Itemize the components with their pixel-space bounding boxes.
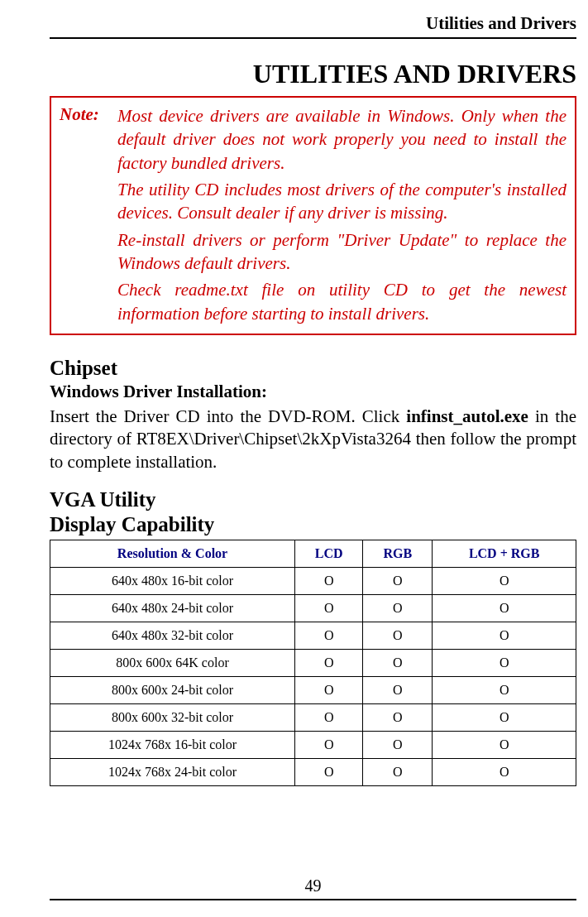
table-cell: 640x 480x 16-bit color xyxy=(50,567,295,594)
table-cell: 640x 480x 24-bit color xyxy=(50,594,295,622)
table-row: 1024x 768x 16-bit color O O O xyxy=(50,731,576,758)
table-row: 800x 600x 64K color O O O xyxy=(50,649,576,676)
table-cell: O xyxy=(363,703,433,731)
table-row: 800x 600x 32-bit color O O O xyxy=(50,703,576,731)
table-header: Resolution & Color xyxy=(50,540,295,567)
table-cell: O xyxy=(295,567,363,594)
table-cell: 640x 480x 32-bit color xyxy=(50,622,295,649)
table-header: LCD + RGB xyxy=(433,540,576,567)
table-cell: O xyxy=(363,676,433,703)
table-cell: O xyxy=(433,731,576,758)
table-row: 640x 480x 32-bit color O O O xyxy=(50,622,576,649)
header-rule xyxy=(50,37,576,39)
table-cell: 1024x 768x 16-bit color xyxy=(50,731,295,758)
footer-rule xyxy=(50,899,576,900)
table-cell: 800x 600x 64K color xyxy=(50,649,295,676)
table-cell: O xyxy=(295,676,363,703)
table-cell: 800x 600x 24-bit color xyxy=(50,676,295,703)
note-paragraph: The utility CD includes most drivers of … xyxy=(117,178,566,225)
table-cell: O xyxy=(295,703,363,731)
note-paragraph: Check readme.txt file on utility CD to g… xyxy=(117,278,566,325)
table-cell: 1024x 768x 24-bit color xyxy=(50,758,295,785)
vga-sub-heading: Display Capability xyxy=(50,513,576,536)
table-cell: O xyxy=(433,703,576,731)
vga-heading: VGA Utility xyxy=(50,488,576,511)
table-cell: O xyxy=(433,758,576,785)
table-cell: O xyxy=(363,567,433,594)
note-paragraph: Re-install drivers or perform "Driver Up… xyxy=(117,228,566,276)
chipset-body-prefix: Insert the Driver CD into the DVD-ROM. C… xyxy=(50,406,406,426)
table-cell: O xyxy=(295,758,363,785)
chipset-sub-heading: Windows Driver Installation: xyxy=(50,382,576,402)
table-row: 640x 480x 24-bit color O O O xyxy=(50,594,576,622)
note-box: Note: Most device drivers are available … xyxy=(50,96,576,335)
page-footer: 49 xyxy=(50,876,576,900)
table-cell: O xyxy=(295,622,363,649)
note-label: Note: xyxy=(60,104,106,175)
chipset-body-bold: infinst_autol.exe xyxy=(406,406,528,426)
note-paragraph: Most device drivers are available in Win… xyxy=(117,104,566,175)
table-row: 1024x 768x 24-bit color O O O xyxy=(50,758,576,785)
table-body: 640x 480x 16-bit color O O O 640x 480x 2… xyxy=(50,567,576,785)
table-cell: O xyxy=(363,731,433,758)
table-header: RGB xyxy=(363,540,433,567)
chipset-heading: Chipset xyxy=(50,357,576,380)
table-header-row: Resolution & Color LCD RGB LCD + RGB xyxy=(50,540,576,567)
table-cell: 800x 600x 32-bit color xyxy=(50,703,295,731)
table-cell: O xyxy=(433,567,576,594)
chipset-body: Insert the Driver CD into the DVD-ROM. C… xyxy=(50,406,576,473)
table-cell: O xyxy=(295,649,363,676)
table-cell: O xyxy=(363,622,433,649)
table-cell: O xyxy=(295,594,363,622)
table-row: 640x 480x 16-bit color O O O xyxy=(50,567,576,594)
table-cell: O xyxy=(363,649,433,676)
page-number: 49 xyxy=(50,876,576,895)
table-cell: O xyxy=(433,649,576,676)
table-cell: O xyxy=(363,758,433,785)
main-title: UTILITIES AND DRIVERS xyxy=(50,59,576,89)
table-cell: O xyxy=(433,622,576,649)
note-row: Note: Most device drivers are available … xyxy=(60,104,566,175)
table-cell: O xyxy=(295,731,363,758)
table-cell: O xyxy=(433,594,576,622)
page-header-title: Utilities and Drivers xyxy=(50,13,576,34)
display-capability-table: Resolution & Color LCD RGB LCD + RGB 640… xyxy=(50,540,576,786)
table-header: LCD xyxy=(295,540,363,567)
table-cell: O xyxy=(363,594,433,622)
table-row: 800x 600x 24-bit color O O O xyxy=(50,676,576,703)
table-cell: O xyxy=(433,676,576,703)
